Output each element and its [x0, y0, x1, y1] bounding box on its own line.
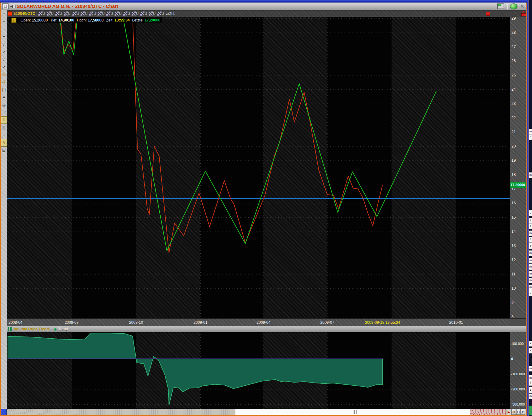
info-tool[interactable]: i	[1, 116, 7, 124]
background-window-cell: m	[529, 271, 532, 277]
trendline-item-label: U	[68, 12, 71, 15]
ray-tool[interactable]: ↗	[1, 48, 7, 56]
trendline-item-label: U	[119, 12, 121, 15]
trend-legend-label: Trend	[58, 327, 68, 331]
trendline-object-button[interactable]: U	[89, 12, 96, 15]
trendline-object-button[interactable]: U	[81, 12, 87, 15]
price-tick-label: 14	[511, 229, 516, 234]
info-label: Letzte:	[132, 18, 144, 22]
price-chart-plot[interactable]: i Open: 15,20000Tief: 14,90100Hoch: 17,5…	[7, 17, 510, 318]
parallel-lines-tool[interactable]: =	[1, 33, 7, 40]
trendline-icon	[132, 12, 136, 15]
zoom-reset-button[interactable]: ⊘	[521, 409, 525, 415]
pin-cluster-tool[interactable]: ⁂	[1, 71, 7, 78]
trendline-object-button[interactable]: U	[140, 12, 147, 15]
scroll-right-button[interactable]: ▶	[506, 409, 511, 415]
info-value: 15,20000	[31, 18, 48, 22]
fibonacci-timezones-tool[interactable]: |||	[1, 86, 7, 93]
time-tick-label: 2009-04	[257, 320, 270, 325]
trendline-icon	[115, 12, 119, 15]
price-axis[interactable]: 2928272625242322212019181716151413121110…	[510, 17, 526, 318]
ohlc-info-bar: i Open: 15,20000Tief: 14,90100Hoch: 17,5…	[9, 17, 162, 23]
draw-tool[interactable]: ✎	[1, 139, 7, 147]
fibonacci-fan-tool[interactable]: ⋰	[1, 109, 7, 116]
time-tick-label: 2008-10	[129, 320, 143, 325]
maximize-button[interactable]	[510, 3, 517, 9]
fibonacci-retracement-tool[interactable]: ≡	[1, 93, 7, 101]
channel-tool[interactable]: /	[1, 56, 7, 63]
regression-tool[interactable]: ↗	[1, 63, 7, 71]
indicator-icon	[8, 327, 12, 331]
price-tick-label: 20	[511, 144, 516, 148]
price-series-svg	[7, 17, 510, 318]
volume-tick-label: -100.000	[511, 372, 525, 376]
trendline-tool[interactable]: /	[1, 40, 7, 48]
last-price-marker: 17,29000	[510, 182, 526, 188]
trendline-object-button[interactable]: U	[38, 12, 45, 15]
trendline-icon	[123, 12, 127, 15]
pin-icon[interactable]	[10, 4, 15, 9]
price-tick-label: 21	[511, 130, 516, 134]
horizontal-scrollbar[interactable]: ▶ ⊕⊖⊘	[1, 409, 526, 415]
trendline-object-button[interactable]: U	[56, 12, 62, 15]
trendline-object-button[interactable]: U	[73, 12, 79, 15]
scrollbar-track-end[interactable]	[470, 409, 506, 415]
trendline-object-button[interactable]: U	[47, 12, 54, 15]
fibonacci-arcs-tool[interactable]: ◎	[1, 101, 7, 109]
line-segment-tool[interactable]: —	[1, 25, 7, 33]
info-value: 13:55:34	[113, 18, 129, 22]
record-icon[interactable]	[486, 12, 490, 16]
info-label: Open:	[21, 18, 31, 22]
trendline-object-button[interactable]: U	[98, 12, 104, 15]
info-label: Tief:	[50, 18, 57, 22]
print-tool[interactable]: ▤	[1, 147, 7, 154]
zoom-in-button[interactable]: ⊕	[511, 409, 516, 415]
trendline-item-label: U	[102, 12, 104, 15]
trendline-object-button[interactable]: U	[115, 12, 121, 15]
trendline-item-label: U	[127, 12, 130, 15]
volume-axis[interactable]: 100.0000-100.000-200.000-300.000	[510, 332, 526, 409]
trendline-item-label: U	[153, 12, 156, 15]
pin-cluster-tool-2[interactable]: ⁂	[1, 78, 7, 86]
scrollbar-track[interactable]	[7, 409, 235, 415]
indicator-title: Volume Price Trend	[14, 327, 49, 331]
trendline-item-label: U	[93, 12, 96, 15]
trendline-object-button[interactable]: U	[106, 12, 113, 15]
trendline-object-button[interactable]: U	[64, 12, 71, 15]
time-tick-label: 2009-09-18 13:55:34	[365, 320, 400, 325]
background-window-cell: 7	[529, 290, 532, 296]
series-trend	[58, 17, 437, 251]
background-window-cell: m	[529, 231, 532, 236]
pyramid-tool[interactable]: △	[1, 131, 7, 139]
layout-icon[interactable]	[497, 3, 504, 9]
trendline-icon	[81, 12, 85, 15]
lock-icon[interactable]	[521, 11, 525, 16]
application-screen: ▤ SOLARWORLD AG O.N. - 510840/OTC - Char…	[0, 0, 532, 416]
volume-price-trend-plot[interactable]	[7, 332, 510, 409]
volume-tick-label: 100.000	[511, 342, 524, 346]
background-window-cell: 8	[529, 243, 532, 249]
trendline-item-label: U	[85, 12, 87, 15]
symbol-label[interactable]: 510840/OTC	[14, 11, 35, 16]
swap-tool-button[interactable]: ⇄ ZhL	[166, 12, 175, 16]
price-tick-label: 16	[511, 201, 516, 205]
pan-tool[interactable]: +	[1, 10, 7, 18]
grid-tool[interactable]: ▦	[1, 124, 7, 131]
trendline-object-button[interactable]: U	[157, 12, 164, 15]
trendline-object-button[interactable]: U	[149, 12, 156, 15]
titlebar[interactable]: ▤ SOLARWORLD AG O.N. - 510840/OTC - Char…	[1, 3, 526, 10]
scrollbar-home-button[interactable]	[1, 409, 7, 415]
scrollbar-thumb[interactable]	[235, 409, 470, 415]
indicator-header[interactable]: Volume Price Trend ◆ Trend	[7, 326, 526, 332]
trendline-icon	[73, 12, 76, 15]
trendline-object-button[interactable]: U	[132, 12, 139, 15]
crosshair-tool[interactable]: +	[1, 18, 7, 25]
close-button[interactable]: ✕	[520, 4, 524, 9]
trendline-item-label: U	[162, 12, 164, 15]
trendline-icon	[56, 12, 59, 15]
zoom-out-button[interactable]: ⊖	[516, 409, 521, 415]
price-tick-label: 26	[511, 59, 516, 63]
time-axis[interactable]: 2008-042008-072008-102009-012009-042009-…	[7, 318, 510, 326]
background-window-cell: 7	[529, 218, 532, 224]
trendline-object-button[interactable]: U	[123, 12, 130, 15]
